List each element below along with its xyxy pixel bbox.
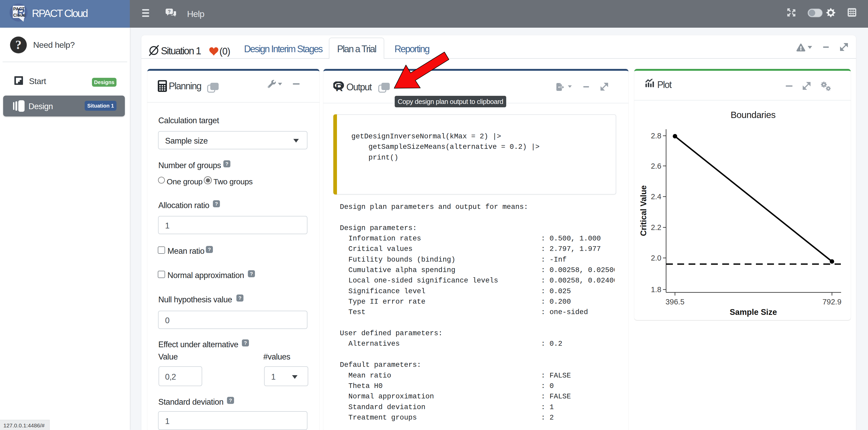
svg-text:396.5: 396.5: [665, 298, 685, 306]
svg-text:PACT: PACT: [13, 6, 25, 11]
svg-text:2.6: 2.6: [651, 162, 661, 170]
svg-text:1.8: 1.8: [651, 285, 661, 294]
svg-text:2.8: 2.8: [651, 132, 661, 140]
svg-text:Boundaries: Boundaries: [731, 110, 776, 120]
svg-text:Critical Value: Critical Value: [639, 185, 648, 236]
svg-text:2.4: 2.4: [651, 192, 661, 201]
svg-text:792.9: 792.9: [823, 298, 842, 306]
svg-text:Cloud: Cloud: [13, 13, 26, 18]
svg-text:R: R: [336, 82, 343, 92]
svg-text:2.0: 2.0: [651, 254, 661, 262]
svg-text:Sample Size: Sample Size: [730, 307, 777, 317]
svg-text:?: ?: [168, 9, 171, 14]
svg-text:2.2: 2.2: [651, 223, 661, 232]
svg-text:?: ?: [16, 38, 22, 52]
